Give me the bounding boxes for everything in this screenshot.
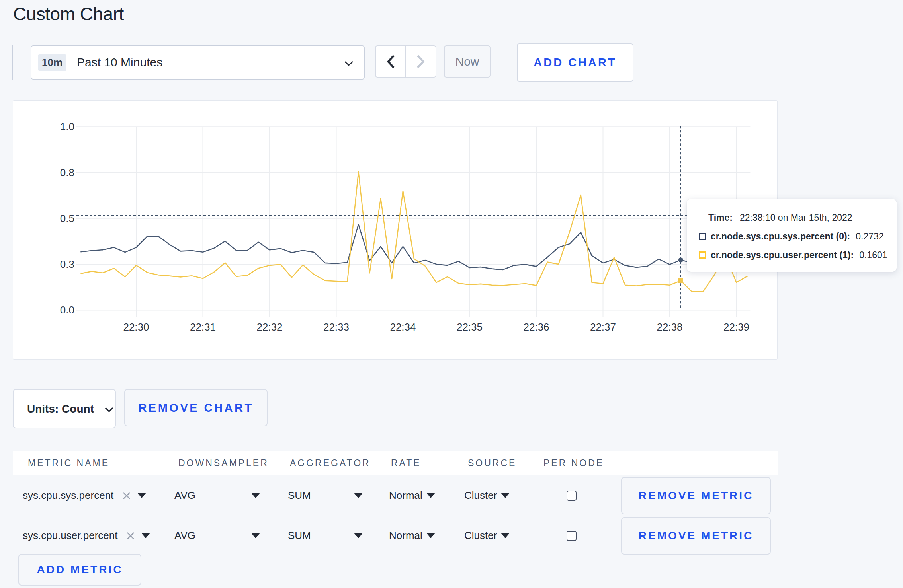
metrics-table-header: METRIC NAME DOWNSAMPLER AGGREGATOR RATE …: [13, 451, 778, 475]
svg-text:22:35: 22:35: [457, 321, 483, 333]
time-window-badge: 10m: [38, 54, 66, 71]
time-window-dropdown[interactable]: 10m Past 10 Minutes: [31, 45, 365, 80]
svg-text:0.5: 0.5: [60, 212, 74, 224]
svg-text:22:32: 22:32: [256, 321, 282, 333]
per-node-cell: [567, 475, 577, 516]
tooltip-series-value: 0.1601: [859, 250, 887, 261]
caret-down-icon: [501, 493, 510, 498]
metric-name-value: sys.cpu.user.percent: [23, 530, 117, 542]
caret-down-icon: [426, 493, 435, 498]
tooltip-series-label: cr.node.sys.cpu.sys.percent (0):: [711, 231, 850, 242]
caret-down-icon: [354, 493, 363, 498]
metric-name-select[interactable]: sys.cpu.sys.percent: [23, 475, 146, 516]
metric-row: sys.cpu.user.percent AVG SUM Normal Clus…: [13, 516, 778, 556]
series-sys-marker-icon: [699, 233, 706, 240]
header-per-node: PER NODE: [543, 451, 604, 475]
svg-text:0.3: 0.3: [60, 258, 74, 270]
downsampler-value: AVG: [174, 489, 195, 502]
per-node-cell: [567, 516, 577, 556]
aggregator-value: SUM: [288, 489, 311, 502]
tooltip-time-value: 22:38:10 on Mar 15th, 2022: [740, 212, 852, 223]
source-select[interactable]: Cluster: [464, 475, 510, 516]
svg-text:22:30: 22:30: [123, 321, 149, 333]
chevron-down-icon: [344, 60, 354, 66]
caret-down-icon: [141, 533, 150, 538]
metric-name-value: sys.cpu.sys.percent: [23, 489, 113, 502]
tooltip-series-row: cr.node.sys.cpu.user.percent (1): 0.1601: [699, 246, 897, 265]
metric-row: sys.cpu.sys.percent AVG SUM Normal Clust…: [13, 475, 778, 516]
source-value: Cluster: [464, 530, 497, 542]
downsampler-select[interactable]: AVG: [174, 516, 260, 556]
rate-select[interactable]: Normal: [389, 516, 435, 556]
svg-text:22:39: 22:39: [723, 321, 749, 333]
per-node-checkbox[interactable]: [567, 491, 577, 501]
line-chart[interactable]: 0.00.30.50.81.022:3022:3122:3222:3322:34…: [13, 101, 777, 359]
svg-text:0.8: 0.8: [60, 167, 74, 179]
tooltip-time-row: Time: 22:38:10 on Mar 15th, 2022: [699, 208, 897, 227]
svg-text:22:36: 22:36: [523, 321, 549, 333]
downsampler-value: AVG: [174, 530, 195, 542]
svg-text:1.0: 1.0: [60, 121, 74, 132]
svg-text:22:38: 22:38: [657, 321, 682, 333]
chevron-down-icon: [104, 407, 114, 413]
aggregator-value: SUM: [288, 530, 311, 542]
time-forward-button[interactable]: [405, 46, 436, 77]
rate-select[interactable]: Normal: [389, 475, 435, 516]
aggregator-select[interactable]: SUM: [288, 516, 363, 556]
toolbar-left-rule: [12, 45, 13, 80]
svg-text:22:37: 22:37: [590, 321, 616, 333]
svg-text:22:33: 22:33: [323, 321, 349, 333]
page-title: Custom Chart: [13, 3, 124, 25]
header-aggregator: AGGREGATOR: [290, 451, 371, 475]
source-value: Cluster: [464, 489, 497, 502]
per-node-checkbox[interactable]: [567, 531, 577, 541]
svg-text:22:34: 22:34: [390, 321, 416, 333]
aggregator-select[interactable]: SUM: [288, 475, 363, 516]
tooltip-series-label: cr.node.sys.cpu.user.percent (1):: [711, 250, 854, 261]
chevron-right-icon: [416, 55, 426, 69]
downsampler-select[interactable]: AVG: [174, 475, 260, 516]
header-metric-name: METRIC NAME: [28, 451, 109, 475]
remove-chart-button[interactable]: REMOVE CHART: [124, 389, 268, 426]
units-dropdown[interactable]: Units: Count: [13, 389, 116, 428]
tooltip-series-row: cr.node.sys.cpu.sys.percent (0): 0.2732: [699, 227, 897, 246]
time-nav-group: [375, 45, 436, 78]
header-downsampler: DOWNSAMPLER: [178, 451, 269, 475]
time-back-button[interactable]: [376, 46, 405, 77]
header-source: SOURCE: [468, 451, 516, 475]
rate-value: Normal: [389, 489, 422, 502]
now-button[interactable]: Now: [444, 45, 491, 78]
header-rate: RATE: [391, 451, 421, 475]
tooltip-series-value: 0.2732: [856, 231, 883, 242]
metric-name-select[interactable]: sys.cpu.user.percent: [23, 516, 150, 556]
remove-metric-button[interactable]: REMOVE METRIC: [621, 517, 771, 555]
units-label: Units: Count: [27, 403, 94, 415]
source-select[interactable]: Cluster: [464, 516, 510, 556]
caret-down-icon: [137, 493, 146, 498]
remove-metric-button[interactable]: REMOVE METRIC: [621, 477, 771, 514]
caret-down-icon: [501, 533, 510, 538]
chevron-left-icon: [386, 55, 395, 69]
tooltip-time-label: Time:: [708, 212, 733, 223]
clear-icon[interactable]: [122, 491, 131, 500]
caret-down-icon: [251, 533, 260, 538]
time-window-label: Past 10 Minutes: [77, 56, 162, 69]
series-user-marker-icon: [699, 251, 706, 259]
caret-down-icon: [426, 533, 435, 538]
chart-card: 0.00.30.50.81.022:3022:3122:3222:3322:34…: [13, 100, 778, 360]
clear-icon[interactable]: [126, 532, 135, 540]
caret-down-icon: [251, 493, 260, 498]
rate-value: Normal: [389, 530, 422, 542]
caret-down-icon: [354, 533, 363, 538]
add-chart-button[interactable]: ADD CHART: [517, 43, 633, 82]
add-metric-button[interactable]: ADD METRIC: [18, 554, 141, 586]
svg-text:22:31: 22:31: [190, 321, 216, 333]
chart-tooltip: Time: 22:38:10 on Mar 15th, 2022 cr.node…: [687, 199, 897, 272]
svg-text:0.0: 0.0: [60, 304, 74, 316]
